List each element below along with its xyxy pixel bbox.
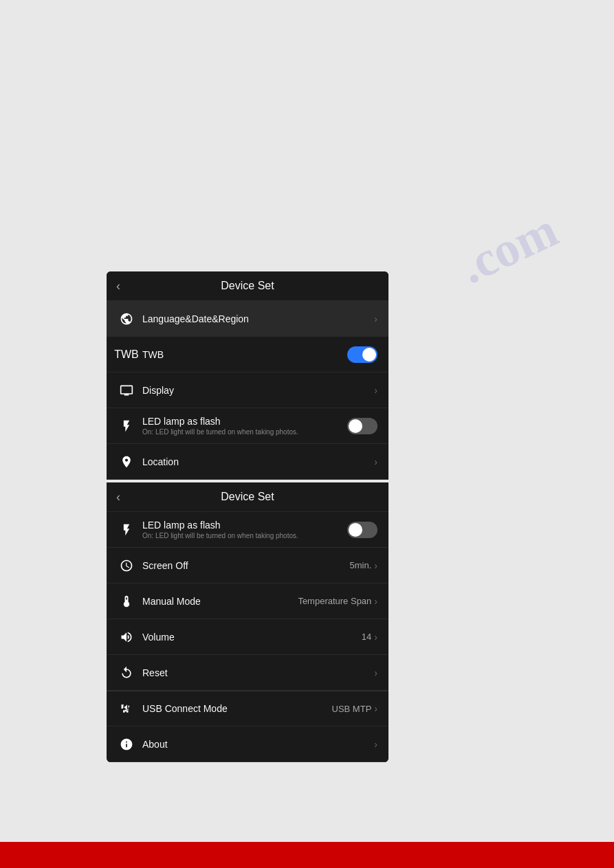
usb-icon (118, 702, 135, 715)
manualmode-label: Manual Mode (142, 596, 298, 607)
volume-text: Volume (142, 632, 362, 643)
reset-text: Reset (142, 667, 374, 678)
top-panel-header: ‹ Device Set (107, 271, 388, 301)
reset-row[interactable]: Reset › (107, 655, 388, 691)
twb-toggle-knob (362, 348, 376, 361)
reset-icon (118, 666, 135, 680)
manualmode-value: Temperature Span (298, 596, 371, 606)
language-chevron: › (374, 313, 377, 324)
led2-toggle-knob (349, 523, 362, 537)
clock-icon (118, 559, 135, 572)
location-label: Location (142, 456, 374, 467)
manualmode-chevron: › (374, 596, 377, 607)
led-sublabel: On: LED light will be turned on when tak… (142, 428, 347, 436)
led2-label: LED lamp as flash (142, 520, 347, 531)
volume-value: 14 (362, 632, 371, 642)
led-toggle-knob (349, 419, 362, 433)
reset-label: Reset (142, 667, 374, 678)
info-icon (118, 737, 135, 751)
manualmode-row[interactable]: Manual Mode Temperature Span › (107, 583, 388, 619)
volume-label: Volume (142, 632, 362, 643)
display-row[interactable]: Display › (107, 372, 388, 408)
led2-text: LED lamp as flash On: LED light will be … (142, 520, 347, 539)
location-row[interactable]: Location › (107, 444, 388, 480)
twb-text: TWB (142, 349, 347, 360)
display-chevron: › (374, 385, 377, 396)
bottom-panel-header: ‹ Device Set (107, 482, 388, 512)
usb-row[interactable]: USB Connect Mode USB MTP › (107, 691, 388, 726)
led-row[interactable]: LED lamp as flash On: LED light will be … (107, 408, 388, 444)
usb-chevron: › (374, 703, 377, 714)
about-chevron: › (374, 739, 377, 750)
flash-icon (118, 419, 135, 433)
volume-row[interactable]: Volume 14 › (107, 619, 388, 655)
display-text: Display (142, 385, 374, 396)
led2-sublabel: On: LED light will be turned on when tak… (142, 532, 347, 539)
display-label: Display (142, 385, 374, 396)
led-label: LED lamp as flash (142, 416, 347, 427)
twb-icon: TWB (118, 348, 135, 361)
led-text: LED lamp as flash On: LED light will be … (142, 416, 347, 436)
twb-toggle[interactable] (347, 346, 377, 363)
language-label: Language&Date&Region (142, 313, 374, 324)
display-icon (118, 383, 135, 397)
usb-label: USB Connect Mode (142, 703, 332, 714)
volume-chevron: › (374, 632, 377, 643)
about-label: About (142, 739, 374, 750)
screenoff-value: 5min. (350, 560, 372, 570)
location-chevron: › (374, 456, 377, 467)
led2-toggle[interactable] (347, 522, 377, 538)
about-row[interactable]: About › (107, 726, 388, 762)
led2-row[interactable]: LED lamp as flash On: LED light will be … (107, 512, 388, 548)
device-container: ‹ Device Set Language&Date&Region › TWB (107, 271, 388, 762)
usb-text: USB Connect Mode (142, 703, 332, 714)
led-toggle[interactable] (347, 418, 377, 434)
location-text: Location (142, 456, 374, 467)
volume-icon (118, 630, 135, 644)
bottom-back-button[interactable]: ‹ (116, 490, 120, 504)
usb-value: USB MTP (332, 704, 372, 714)
page-background: .com ‹ Device Set Language&Date&Region › (0, 0, 614, 868)
top-panel: ‹ Device Set Language&Date&Region › TWB (107, 271, 388, 480)
flash2-icon (118, 523, 135, 537)
thermometer-icon (118, 594, 135, 608)
twb-label: TWB (142, 349, 347, 360)
screenoff-label: Screen Off (142, 560, 350, 571)
bottom-panel-title: Device Set (221, 491, 274, 503)
screenoff-text: Screen Off (142, 560, 350, 571)
screenoff-chevron: › (374, 560, 377, 571)
manualmode-text: Manual Mode (142, 596, 298, 607)
top-panel-title: Device Set (221, 280, 274, 292)
watermark: .com (451, 201, 566, 296)
about-text: About (142, 739, 374, 750)
screenoff-row[interactable]: Screen Off 5min. › (107, 548, 388, 583)
globe-icon (118, 312, 135, 326)
language-text: Language&Date&Region (142, 313, 374, 324)
reset-chevron: › (374, 667, 377, 678)
red-bar (0, 842, 614, 868)
language-row[interactable]: Language&Date&Region › (107, 301, 388, 337)
top-back-button[interactable]: ‹ (116, 279, 120, 293)
location-icon (118, 455, 135, 469)
bottom-panel: ‹ Device Set LED lamp as flash On: LED l… (107, 482, 388, 762)
twb-row[interactable]: TWB TWB (107, 337, 388, 372)
